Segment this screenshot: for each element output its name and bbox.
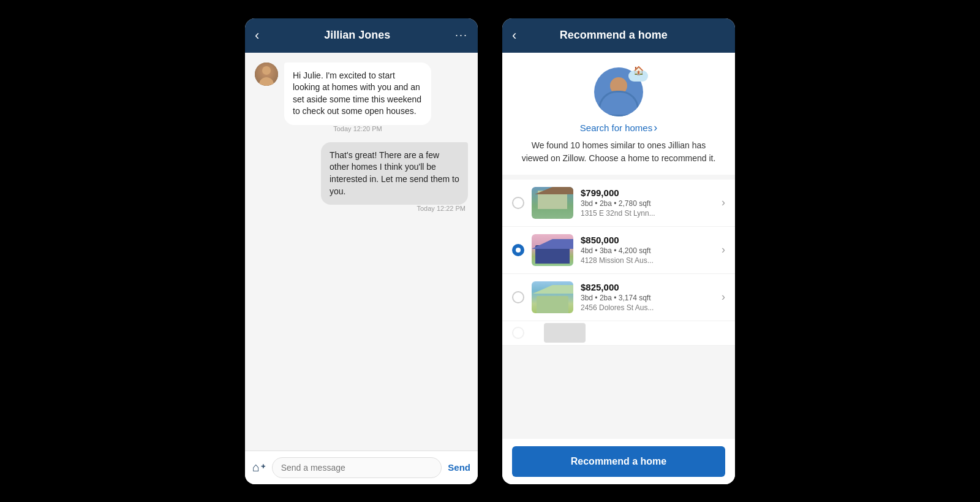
home-radio-3[interactable] — [512, 291, 524, 303]
partial-thumbnail — [544, 323, 586, 343]
home-icon: ⌂ — [252, 460, 260, 474]
home-item-2[interactable]: $850,000 4bd • 3ba • 4,200 sqft 4128 Mis… — [502, 227, 735, 274]
homes-list: $799,000 3bd • 2ba • 2,780 sqft 1315 E 3… — [502, 175, 735, 351]
home-address-2: 4128 Mission St Aus... — [581, 256, 714, 265]
partial-home-item — [502, 321, 735, 346]
bubble-received: Hi Julie. I'm excited to start looking a… — [284, 63, 431, 125]
chat-more-button[interactable]: ··· — [455, 29, 468, 42]
home-address-1: 1315 E 32nd St Lynn... — [581, 209, 714, 218]
home-thumbnail-2 — [532, 234, 573, 266]
home-price-1: $799,000 — [581, 188, 714, 198]
home-radio-2[interactable] — [512, 244, 524, 256]
recommend-back-button[interactable]: ‹ — [512, 28, 516, 44]
profile-avatar-wrap — [594, 67, 643, 116]
recommend-button[interactable]: Recommend a home — [512, 446, 725, 477]
home-plus-button[interactable]: ⌂+ — [252, 460, 266, 474]
home-info-3: $825,000 3bd • 2ba • 3,174 sqft 2456 Dol… — [581, 282, 714, 312]
house-cloud-badge — [627, 63, 649, 85]
search-for-homes-link[interactable]: Search for homes — [580, 121, 657, 134]
home-item-1[interactable]: $799,000 3bd • 2ba • 2,780 sqft 1315 E 3… — [502, 180, 735, 227]
recommend-footer: Recommend a home — [502, 439, 735, 484]
timestamp-received: Today 12:20 PM — [284, 125, 431, 132]
home-radio-1[interactable] — [512, 197, 524, 209]
home-thumbnail-3 — [532, 281, 573, 313]
home-thumbnail-1 — [532, 187, 573, 219]
chat-header-title: Jillian Jones — [324, 29, 390, 42]
home-info-2: $850,000 4bd • 3ba • 4,200 sqft 4128 Mis… — [581, 235, 714, 265]
recommend-phone-frame: ‹ Recommend a home Search for homes We f… — [502, 18, 735, 484]
partial-radio — [512, 327, 524, 339]
profile-section: Search for homes We found 10 homes simil… — [502, 53, 735, 175]
send-button[interactable]: Send — [448, 462, 470, 473]
home-chevron-3: › — [722, 291, 725, 303]
message-row-sent: That's great! There are a few other home… — [255, 142, 468, 212]
chat-header: ‹ Jillian Jones ··· — [245, 18, 478, 53]
recommend-header-title: Recommend a home — [560, 29, 668, 42]
message-row-received: Hi Julie. I'm excited to start looking a… — [255, 63, 468, 132]
chat-footer: ⌂+ Send — [245, 451, 478, 484]
timestamp-sent: Today 12:22 PM — [321, 205, 468, 212]
home-chevron-2: › — [722, 243, 725, 256]
home-details-3: 3bd • 2ba • 3,174 sqft — [581, 294, 714, 302]
recommend-body: Search for homes We found 10 homes simil… — [502, 53, 735, 439]
bubble-sent: That's great! There are a few other home… — [321, 142, 468, 205]
home-details-2: 4bd • 3ba • 4,200 sqft — [581, 246, 714, 255]
home-info-1: $799,000 3bd • 2ba • 2,780 sqft 1315 E 3… — [581, 188, 714, 218]
avatar-image — [255, 63, 278, 86]
plus-icon: + — [261, 462, 266, 471]
chat-back-button[interactable]: ‹ — [255, 28, 259, 44]
chat-body: Hi Julie. I'm excited to start looking a… — [245, 53, 478, 451]
home-price-3: $825,000 — [581, 282, 714, 292]
cloud-house-icon — [627, 66, 649, 82]
avatar — [255, 63, 278, 86]
home-chevron-1: › — [722, 196, 725, 209]
home-details-1: 3bd • 2ba • 2,780 sqft — [581, 199, 714, 208]
description-text: We found 10 homes similar to ones Jillia… — [512, 139, 725, 165]
home-address-3: 2456 Dolores St Aus... — [581, 303, 714, 312]
recommend-header: ‹ Recommend a home — [502, 18, 735, 53]
message-input[interactable] — [272, 457, 442, 478]
home-price-2: $850,000 — [581, 235, 714, 245]
chat-phone-frame: ‹ Jillian Jones ··· Hi Julie. I'm excite… — [245, 18, 478, 484]
home-item-3[interactable]: $825,000 3bd • 2ba • 3,174 sqft 2456 Dol… — [502, 274, 735, 321]
